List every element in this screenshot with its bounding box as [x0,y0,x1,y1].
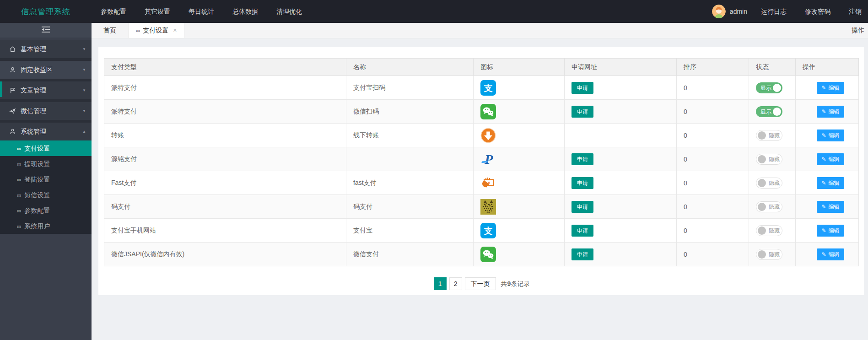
tab-close-icon[interactable]: × [173,27,177,34]
sidebar-submenu: ∞支付设置∞提现设置∞登陆设置∞短信设置∞参数配置∞系统用户 [0,140,92,234]
home-icon [9,46,16,53]
svg-text:P: P [484,151,493,167]
edit-button[interactable]: ✎编辑 [817,225,844,237]
edit-button[interactable]: ✎编辑 [817,106,844,118]
status-label: 隐藏 [769,178,780,188]
cell-operation: ✎编辑 [796,243,859,266]
pencil-icon: ✎ [821,85,826,91]
sidebar-item-1[interactable]: 固定收益区▼ [0,61,92,79]
status-toggle[interactable]: 隐藏 [756,178,782,189]
content-card: 支付类型名称图标申请网址排序状态操作 派特支付支付宝扫码支申请0显示✎编辑派特支… [98,47,864,295]
pencil-icon: ✎ [821,251,826,258]
username: admin [730,8,747,15]
sidebar-scrollbar-thumb[interactable] [0,81,2,97]
flag-icon [9,87,16,94]
submenu-item-0[interactable]: ∞支付设置 [0,140,92,156]
apply-button[interactable]: 申请 [571,82,593,94]
nav-right-item-0[interactable]: 运行日志 [752,0,796,23]
tab-payment-settings[interactable]: ∞支付设置× [129,23,184,38]
pencil-icon: ✎ [821,227,826,234]
cell-icon: ¥ [474,171,565,195]
nav-item-1[interactable]: 其它设置 [135,0,179,23]
submenu-item-4[interactable]: ∞参数配置 [0,203,92,218]
apply-button[interactable]: 申请 [571,201,593,213]
next-page-button[interactable]: 下一页 [465,277,496,290]
cell-status: 隐藏 [749,219,796,243]
submenu-item-3[interactable]: ∞短信设置 [0,187,92,203]
status-label: 隐藏 [769,226,780,236]
edit-button[interactable]: ✎编辑 [817,153,844,165]
nav-right-item-1[interactable]: 修改密码 [796,0,840,23]
user-menu[interactable]: admin [707,5,752,18]
nav-right-item-2[interactable]: 注销 [840,0,868,23]
wechat-icon [480,107,496,114]
sidebar-item-2[interactable]: 文章管理▼ [0,81,92,99]
cell-pay-type: 派特支付 [104,100,346,124]
status-toggle[interactable]: 隐藏 [756,130,782,141]
page-button-2[interactable]: 2 [449,277,462,290]
cell-status: 隐藏 [749,124,796,147]
edit-button[interactable]: ✎编辑 [817,201,844,213]
edit-button[interactable]: ✎编辑 [817,82,844,94]
sidebar-item-3[interactable]: 微信管理▼ [0,102,92,120]
apply-button[interactable]: 申请 [571,153,593,165]
cell-apply: 申请 [565,100,677,124]
total-prefix: 共 [501,280,507,287]
send-icon [9,108,16,115]
status-toggle[interactable]: 隐藏 [756,249,782,260]
nav-item-2[interactable]: 每日统计 [179,0,223,23]
apply-button[interactable]: 申请 [571,248,593,260]
column-header-5: 状态 [749,59,796,76]
sidebar-item-0[interactable]: 基本管理▼ [0,40,92,58]
status-label: 隐藏 [769,202,780,212]
cell-pay-name: 支付宝扫码 [346,76,474,100]
cell-pay-type: 源铭支付 [104,147,346,171]
user-avatar [712,5,726,18]
sidebar-collapse-button[interactable] [0,23,92,38]
table-body: 派特支付支付宝扫码支申请0显示✎编辑派特支付微信扫码申请0显示✎编辑转账线下转账… [104,76,859,266]
pagination: 12下一页共9条记录 [98,277,864,290]
edit-button[interactable]: ✎编辑 [817,130,844,141]
edit-button[interactable]: ✎编辑 [817,248,844,260]
apply-button[interactable]: 申请 [571,177,593,189]
column-header-4: 排序 [677,59,749,76]
toggle-knob [758,155,766,163]
alipay-icon: 支 [480,83,496,91]
table-header-row: 支付类型名称图标申请网址排序状态操作 [104,59,859,76]
link-icon: ∞ [17,161,21,167]
submenu-item-label: 登陆设置 [24,176,50,183]
status-toggle[interactable]: 显示 [756,106,782,117]
apply-button[interactable]: 申请 [571,106,593,118]
tab-payment-label: 支付设置 [143,27,168,34]
tab-operations-button[interactable]: 操作 [849,23,867,38]
status-label: 隐藏 [769,154,780,164]
nav-item-4[interactable]: 清理优化 [267,0,311,23]
column-header-2: 图标 [474,59,565,76]
submenu-item-1[interactable]: ∞提现设置 [0,156,92,172]
cell-sort: 0 [677,147,749,171]
tab-home[interactable]: 首页 [92,23,129,38]
toggle-knob [758,203,766,211]
sidebar-item-4[interactable]: 系统管理▲ [0,123,92,140]
cell-pay-name: fast支付 [346,171,474,195]
toggle-knob [773,84,781,92]
apply-button[interactable]: 申请 [571,225,593,237]
nav-item-3[interactable]: 总体数据 [223,0,267,23]
edit-button[interactable]: ✎编辑 [817,177,844,189]
status-toggle[interactable]: 显示 [756,82,782,93]
page-button-1[interactable]: 1 [434,277,447,290]
nav-item-0[interactable]: 参数配置 [92,0,135,23]
table-row: 派特支付微信扫码申请0显示✎编辑 [104,100,859,124]
cell-sort: 0 [677,171,749,195]
wechat-icon [480,250,496,257]
status-toggle[interactable]: 隐藏 [756,154,782,165]
sidebar-item-label: 固定收益区 [21,66,53,74]
download-icon [480,131,496,138]
submenu-item-5[interactable]: ∞系统用户 [0,218,92,234]
toggle-knob [758,179,766,187]
submenu-item-label: 支付设置 [24,145,50,152]
status-toggle[interactable]: 隐藏 [756,225,782,236]
submenu-item-2[interactable]: ∞登陆设置 [0,172,92,187]
status-toggle[interactable]: 隐藏 [756,201,782,212]
svg-text:支: 支 [484,83,493,93]
